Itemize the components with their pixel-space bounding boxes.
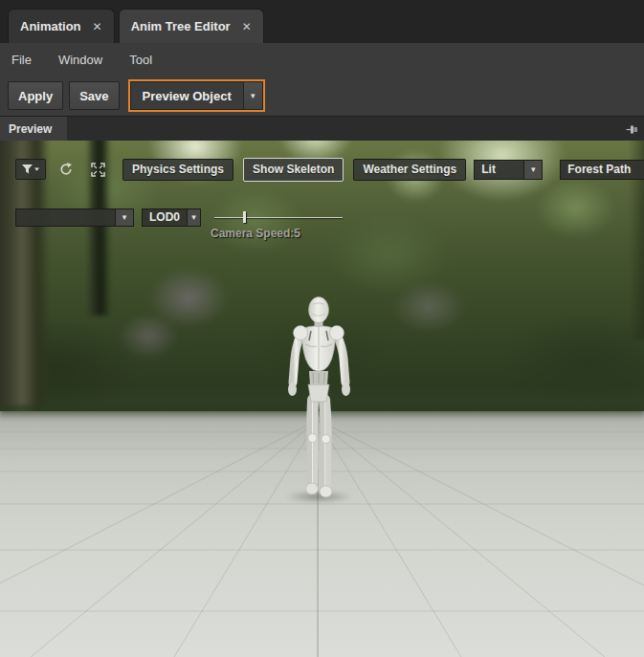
expand-icon	[90, 162, 106, 178]
anim-editor-window: Animation ✕ Anim Tree Editor ✕ File Wind…	[0, 0, 644, 657]
viewport-toolbar: Physics Settings Show Skeleton Weather S…	[15, 157, 644, 182]
display-filter-icon	[21, 164, 40, 175]
viewport-subtoolbar: ▾ LOD0 ▾	[15, 208, 343, 227]
preview-object-dropdown[interactable]: Preview Object ▾	[128, 79, 265, 112]
environment-dropdown[interactable]: Forest Path ▾	[560, 160, 644, 180]
refresh-icon	[58, 162, 74, 177]
render-mode-value: Lit	[475, 161, 523, 179]
physics-settings-button[interactable]: Physics Settings	[122, 159, 233, 181]
dropdown-arrow-button[interactable]: ▾	[243, 81, 263, 110]
dropdown-arrow-button[interactable]: ▾	[523, 161, 542, 179]
chevron-down-icon: ▾	[122, 213, 127, 222]
viewport-options-button[interactable]	[15, 159, 46, 180]
menu-item-window[interactable]: Window	[45, 53, 116, 67]
camera-speed-label: Camera Speed:5	[211, 227, 300, 240]
dropdown-arrow-button[interactable]: ▾	[187, 209, 200, 226]
dropdown-arrow-button[interactable]: ▾	[115, 209, 133, 226]
pin-button[interactable]	[623, 120, 640, 138]
preview-object-label: Preview Object	[130, 81, 243, 110]
document-tab-bar: Animation ✕ Anim Tree Editor ✕	[0, 0, 644, 43]
chevron-down-icon: ▾	[531, 165, 536, 174]
preview-panel-tab[interactable]: Preview	[0, 117, 67, 141]
menu-item-file[interactable]: File	[0, 53, 45, 67]
expand-button[interactable]	[86, 159, 109, 180]
render-mode-dropdown[interactable]: Lit ▾	[474, 160, 543, 180]
tab-anim-tree-editor[interactable]: Anim Tree Editor ✕	[119, 9, 264, 43]
camera-speed-slider-handle[interactable]	[243, 211, 246, 223]
weather-settings-button[interactable]: Weather Settings	[353, 159, 466, 181]
preview-panel-header: Preview	[0, 116, 644, 141]
toolbar: Apply Save Preview Object ▾	[0, 76, 644, 116]
close-icon[interactable]: ✕	[93, 20, 102, 33]
tab-label: Anim Tree Editor	[131, 19, 231, 33]
camera-speed-slider[interactable]	[214, 208, 343, 227]
tab-label: Animation	[20, 19, 81, 33]
tab-animation[interactable]: Animation ✕	[8, 9, 115, 43]
pin-icon	[626, 123, 638, 136]
preview-character	[271, 295, 366, 507]
lod-dropdown[interactable]: LOD0 ▾	[142, 208, 201, 227]
tree-trunk	[0, 141, 50, 421]
show-skeleton-button[interactable]: Show Skeleton	[243, 158, 344, 182]
close-icon[interactable]: ✕	[242, 20, 252, 33]
preview-viewport[interactable]: Physics Settings Show Skeleton Weather S…	[0, 141, 644, 657]
mesh-selector-dropdown[interactable]: ▾	[15, 208, 134, 227]
refresh-button[interactable]	[56, 159, 77, 180]
save-button[interactable]: Save	[69, 81, 119, 110]
environment-value: Forest Path	[561, 161, 644, 179]
lod-value: LOD0	[143, 209, 187, 226]
mesh-selector-value	[16, 209, 115, 226]
apply-button[interactable]: Apply	[8, 81, 63, 110]
menu-bar: File Window Tool	[0, 43, 644, 76]
menu-item-tool[interactable]: Tool	[116, 53, 166, 67]
slider-track	[214, 217, 343, 218]
chevron-down-icon: ▾	[251, 92, 255, 100]
chevron-down-icon: ▾	[191, 213, 196, 222]
